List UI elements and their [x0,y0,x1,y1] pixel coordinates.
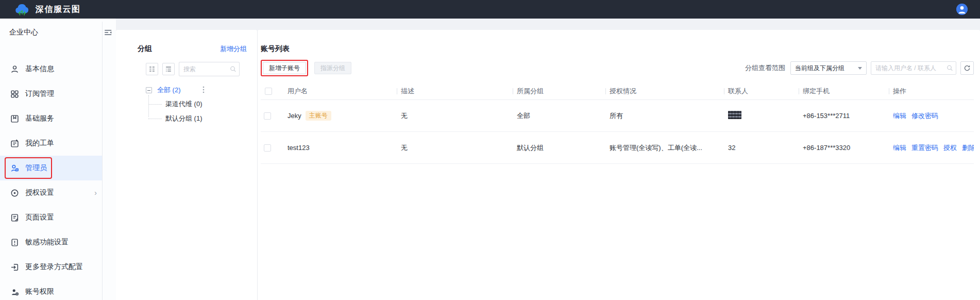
assign-group-button[interactable]: 指派分组 [314,62,351,74]
group: 全部 [513,111,605,121]
column-header-actions[interactable]: 操作 [889,87,974,96]
accounts-table: 用户名 描述 所属分组 授权情况 联系人 绑定手机 操作 Jeky 主账号 [261,82,974,164]
sidebar-item-label: 敏感功能设置 [25,238,69,247]
expand-all-tree-icon[interactable] [162,63,175,75]
group-tree: 全部 (2) 渠道代维 (0) 默认分组 (1) [146,84,257,126]
sidebar-item-label: 订阅管理 [25,89,54,98]
chevron-right-icon: › [94,189,97,197]
content-area: 企业中心 基本信息 [0,19,980,300]
column-header-authorization[interactable]: 授权情况 [605,87,724,96]
collapse-all-tree-icon[interactable] [146,63,158,75]
authorization: 所有 [605,111,724,121]
table-row: test123 无 默认分组 账号管理(全读写)、工单(全读... 32 +86… [261,132,974,164]
more-vertical-icon[interactable] [200,86,207,94]
admin-user-icon [10,164,19,173]
table-header-row: 用户名 描述 所属分组 授权情况 联系人 绑定手机 操作 [261,82,974,100]
sidebar-item-admin[interactable]: 管理员 [0,156,102,180]
add-sub-account-button[interactable]: 新增子账号 [263,62,306,74]
description: 无 [397,143,513,153]
sidebar-item-label: 页面设置 [25,213,54,222]
user-icon [956,4,968,15]
scope-label: 分组查看范围 [745,63,785,73]
user-lock-icon [10,288,19,296]
row-checkbox[interactable] [264,112,271,120]
collapse-sidebar-icon[interactable] [104,28,113,37]
groups-panel: 分组 新增分组 [116,30,258,300]
annotation-box-add-account: 新增子账号 [261,60,308,76]
primary-account-badge: 主账号 [306,111,331,121]
sidebar-item-authorization[interactable]: 授权设置 › [0,180,102,205]
sidebar-item-label: 我的工单 [25,139,54,148]
user-icon [10,65,19,74]
sidebar-item-login-methods[interactable]: 更多登录方式配置 [0,255,102,279]
column-header-phone[interactable]: 绑定手机 [799,87,889,96]
add-group-link[interactable]: 新增分组 [220,44,247,54]
alert-square-icon [10,238,19,247]
groups-toolbar [146,62,257,76]
scope-select[interactable]: 当前组及下属分组 [790,61,867,75]
tree-node-default[interactable]: 默认分组 (1) [148,111,257,126]
authorization-icon [10,189,19,197]
cloud-logo-icon [14,3,30,16]
app-title: 深信服云图 [36,4,81,15]
sidebar-divider [102,22,103,300]
tree-node-label: 默认分组 (1) [165,114,202,123]
tree-node-all[interactable]: 全部 (2) [146,84,257,97]
sidebar: 企业中心 基本信息 [0,19,116,300]
sidebar-item-subscription[interactable]: 订阅管理 [0,81,102,106]
collapse-node-icon[interactable] [146,87,152,93]
change-password-link[interactable]: 修改密码 [911,111,938,121]
column-header-description[interactable]: 描述 [397,87,513,96]
bookmark-square-icon [10,114,19,123]
sidebar-item-my-tickets[interactable]: 我的工单 [0,131,102,156]
sidebar-item-account-permissions[interactable]: 账号权限 [0,279,102,300]
tree-node-label[interactable]: 全部 (2) [157,86,181,95]
login-config-icon [10,263,19,272]
edit-link[interactable]: 编辑 [893,111,906,121]
select-all-checkbox[interactable] [265,88,272,95]
tree-node-channel[interactable]: 渠道代维 (0) [148,97,257,111]
username: Jeky [288,112,301,120]
group: 默认分组 [513,143,605,153]
column-header-group[interactable]: 所属分组 [513,87,605,96]
account-search-input[interactable] [871,61,956,75]
sidebar-menu: 基本信息 订阅管理 [0,57,116,300]
sidebar-item-label: 基础服务 [25,114,54,123]
sidebar-header: 企业中心 [0,19,116,37]
row-checkbox[interactable] [264,144,271,152]
topbar: 深信服云图 [0,0,980,19]
redacted-contact [728,111,741,119]
ticket-form-icon [10,139,19,148]
delete-link[interactable]: 删除 [962,143,974,153]
accounts-panel-title: 账号列表 [261,30,974,54]
caret-down-icon [858,67,862,70]
user-avatar[interactable] [956,4,968,15]
tree-node-label: 渠道代维 (0) [165,99,202,109]
sidebar-item-label: 管理员 [25,163,47,173]
phone: +86-153***2711 [799,112,889,120]
search-icon [947,65,953,72]
sidebar-item-sensitive-settings[interactable]: 敏感功能设置 [0,230,102,255]
apps-grid-icon [10,90,19,98]
phone: +86-187***3320 [799,144,889,152]
sidebar-item-label: 基本信息 [25,64,54,74]
authorization: 账号管理(全读写)、工单(全读... [605,143,724,153]
description: 无 [397,111,513,121]
contact: 32 [724,144,799,152]
column-header-contact[interactable]: 联系人 [724,87,799,96]
sidebar-item-basic-services[interactable]: 基础服务 [0,106,102,131]
authorize-link[interactable]: 授权 [943,143,957,153]
sidebar-item-page-settings[interactable]: 页面设置 [0,205,102,230]
accounts-toolbar: 新增子账号 指派分组 分组查看范围 当前组及下属分组 [261,60,974,76]
edit-link[interactable]: 编辑 [893,143,906,153]
sidebar-item-label: 账号权限 [25,287,54,296]
sidebar-item-basic-info[interactable]: 基本信息 [0,57,102,81]
table-row: Jeky 主账号 无 全部 所有 +86-153***2711 编辑 修改密码 [261,100,974,132]
refresh-button[interactable] [960,61,974,75]
refresh-icon [964,64,971,72]
sidebar-title: 企业中心 [9,28,38,37]
column-header-username[interactable]: 用户名 [283,87,397,96]
groups-panel-title: 分组 [138,44,152,54]
scope-select-value: 当前组及下属分组 [795,64,844,73]
reset-password-link[interactable]: 重置密码 [911,143,938,153]
